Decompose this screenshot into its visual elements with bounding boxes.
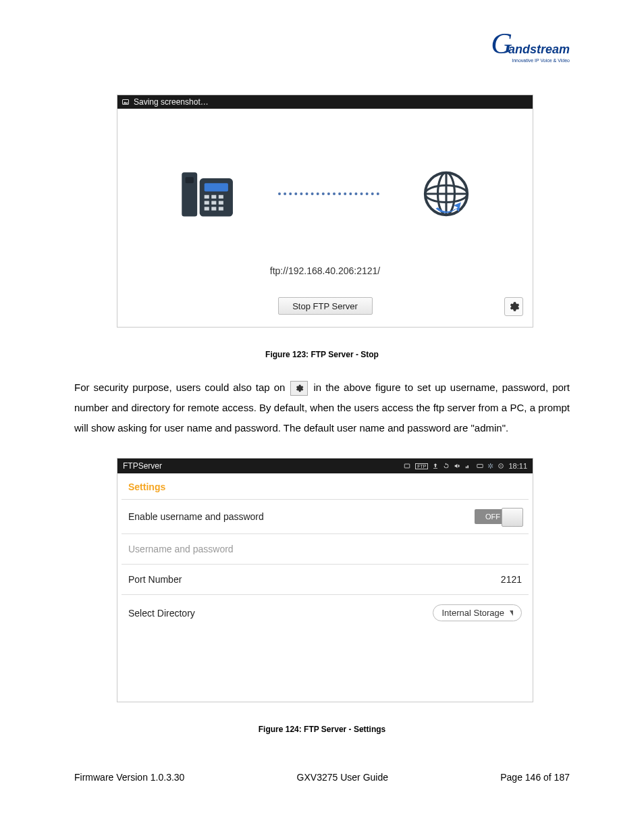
ftp-settings-gear-button[interactable] [504, 297, 523, 316]
row-label: Enable username and password [128, 511, 264, 522]
row-port-number[interactable]: Port Number 2121 [122, 564, 529, 594]
network-icon [464, 463, 473, 469]
image-icon [122, 98, 130, 106]
row-enable-auth[interactable]: Enable username and password OFF [122, 499, 529, 533]
volume-icon [454, 463, 460, 469]
footer-firmware: Firmware Version 1.0.3.30 [74, 772, 184, 783]
connection-line [278, 192, 379, 195]
stop-ftp-server-button[interactable]: Stop FTP Server [278, 297, 373, 315]
ftp-url-text: ftp://192.168.40.206:2121/ [117, 265, 533, 276]
inline-gear-icon [290, 381, 308, 396]
figure-123-caption: Figure 123: FTP Server - Stop [74, 350, 570, 359]
svg-rect-7 [218, 195, 223, 199]
svg-rect-20 [477, 465, 483, 468]
figure-124-caption: Figure 124: FTP Server - Settings [74, 725, 570, 734]
bluetooth-icon: ✲ [487, 462, 493, 471]
row-label: Username and password [128, 544, 234, 554]
gps-icon [498, 463, 504, 469]
enable-auth-toggle[interactable]: OFF [475, 509, 522, 524]
settings-header: Settings [117, 473, 533, 499]
figure-123-screenshot: Saving screenshot… [117, 95, 533, 328]
svg-rect-4 [204, 183, 227, 191]
gear-icon [508, 301, 520, 313]
port-number-value: 2121 [501, 574, 522, 585]
sync-icon [443, 463, 450, 469]
row-label: Port Number [128, 574, 182, 585]
row-username-password: Username and password [122, 533, 529, 564]
logo-wordmark: andstream [508, 43, 570, 56]
brand-logo: Gandstream Innovative IP Voice & Video [489, 34, 570, 63]
ip-phone-icon [178, 164, 238, 224]
page-footer: Firmware Version 1.0.3.30 GXV3275 User G… [74, 772, 570, 783]
svg-rect-13 [218, 207, 223, 210]
chevron-down-icon [510, 610, 513, 616]
footer-page: Page 146 of 187 [500, 772, 570, 783]
android-status-bar: FTPServer FTP ✲ 18:11 [117, 459, 533, 473]
row-select-directory[interactable]: Select Directory Internal Storage [122, 594, 529, 631]
app-name: FTPServer [123, 461, 162, 471]
svg-rect-6 [211, 195, 216, 199]
svg-rect-8 [204, 201, 209, 205]
image-icon [403, 463, 411, 469]
directory-dropdown[interactable]: Internal Storage [433, 604, 522, 621]
ftp-badge-icon: FTP [415, 463, 428, 469]
svg-rect-5 [204, 195, 209, 199]
footer-title: GXV3275 User Guide [297, 772, 388, 783]
row-label: Select Directory [128, 608, 195, 619]
figure-124-screenshot: FTPServer FTP ✲ 18:11 Settings Enable us… [117, 458, 533, 702]
svg-rect-12 [211, 207, 216, 210]
svg-rect-10 [218, 201, 223, 205]
svg-rect-9 [211, 201, 216, 205]
status-icons: FTP ✲ 18:11 [403, 462, 527, 471]
svg-rect-19 [404, 464, 410, 468]
svg-rect-11 [204, 207, 209, 210]
svg-rect-2 [185, 177, 193, 183]
clock: 18:11 [508, 462, 527, 470]
titlebar-text: Saving screenshot… [134, 97, 209, 107]
svg-point-22 [501, 465, 502, 467]
globe-icon [420, 167, 473, 220]
upload-icon [432, 463, 439, 469]
android-titlebar: Saving screenshot… [117, 95, 533, 109]
body-paragraph: For security purpose, users could also t… [74, 377, 570, 438]
keyboard-icon [477, 463, 483, 469]
